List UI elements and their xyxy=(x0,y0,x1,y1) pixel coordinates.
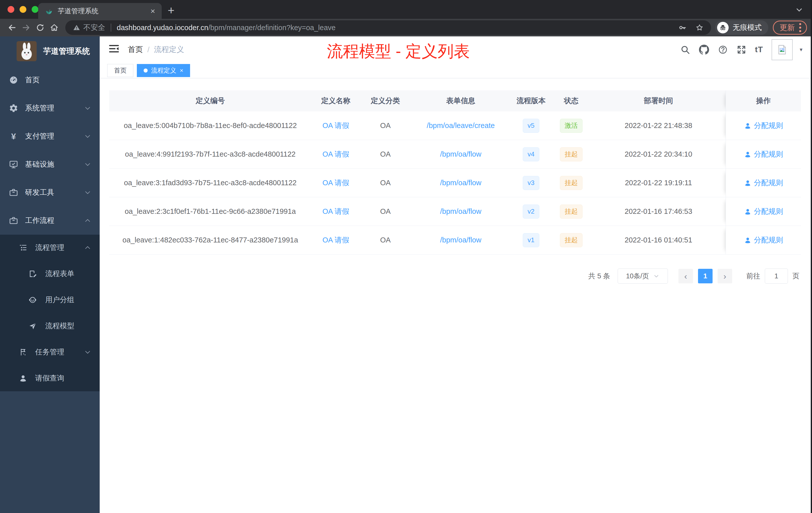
version-badge: v4 xyxy=(523,147,539,161)
bookmark-star-icon[interactable] xyxy=(696,24,703,32)
sidebar-item-process-mgmt[interactable]: 流程管理 xyxy=(0,235,100,261)
sidebar-item-workflow[interactable]: 工作流程 xyxy=(0,207,100,235)
table-row: oa_leave:1:482ec033-762a-11ec-8477-a2380… xyxy=(109,226,801,254)
avatar[interactable] xyxy=(772,39,793,60)
definition-name-link[interactable]: OA 请假 xyxy=(322,121,349,131)
goto-page-input[interactable]: 1 xyxy=(765,269,788,283)
definition-category: OA xyxy=(360,226,410,254)
form-link[interactable]: /bpm/oa/flow xyxy=(440,150,481,158)
table-row: oa_leave:3:1fad3d93-7b75-11ec-a3c8-acde4… xyxy=(109,169,801,197)
form-link[interactable]: /bpm/oa/flow xyxy=(440,207,481,216)
chevron-down-icon xyxy=(84,189,91,196)
home-icon[interactable] xyxy=(47,21,61,35)
definition-name-link[interactable]: OA 请假 xyxy=(322,178,349,188)
minimize-window-button[interactable] xyxy=(20,6,26,13)
prev-page-button[interactable]: ‹ xyxy=(678,269,693,283)
form-link[interactable]: /bpm/oa/flow xyxy=(440,236,481,244)
assign-rule-button[interactable]: 分配规则 xyxy=(744,121,783,131)
deploy-time: 2022-01-22 20:34:10 xyxy=(591,140,726,169)
tag-home[interactable]: 首页 xyxy=(107,64,133,77)
logo-avatar xyxy=(17,41,37,61)
sidebar-item-label: 工作流程 xyxy=(25,216,54,225)
page-number-current[interactable]: 1 xyxy=(698,269,713,283)
definition-name-link[interactable]: OA 请假 xyxy=(322,235,349,245)
pagination-total: 共 5 条 xyxy=(588,271,610,281)
sidebar-item-process-model[interactable]: 流程模型 xyxy=(0,313,100,339)
sprout-favicon-icon xyxy=(45,7,53,15)
reload-icon[interactable] xyxy=(33,21,47,35)
sidebar-item-pay[interactable]: ¥ 支付管理 xyxy=(0,122,100,150)
sidebar-item-process-form[interactable]: 流程表单 xyxy=(0,261,100,287)
column-header: 流程版本 xyxy=(511,90,551,112)
page-size-select[interactable]: 10条/页 xyxy=(618,269,668,283)
zoom-window-button[interactable] xyxy=(32,6,38,13)
help-icon[interactable] xyxy=(718,45,728,55)
sidebar-toggle-icon[interactable] xyxy=(108,43,120,55)
sidebar-logo[interactable]: 芋道管理系统 xyxy=(0,36,100,66)
sidebar-item-label: 支付管理 xyxy=(25,131,54,141)
incognito-icon xyxy=(717,22,729,33)
chevron-down-icon xyxy=(653,273,660,279)
tab-search-icon[interactable] xyxy=(795,6,803,13)
browser-tabstrip: 芋道管理系统 × + xyxy=(0,0,812,19)
tag-close-icon[interactable]: × xyxy=(180,67,183,74)
sidebar-item-user-group[interactable]: 用户分组 xyxy=(0,287,100,313)
sidebar-item-task-mgmt[interactable]: 任务管理 xyxy=(0,339,100,365)
github-icon[interactable] xyxy=(699,44,709,55)
definition-name-link[interactable]: OA 请假 xyxy=(322,207,349,217)
status-badge: 挂起 xyxy=(560,233,582,247)
chevron-down-icon xyxy=(84,105,91,112)
table-body: oa_leave:5:004b710b-7b8a-11ec-8ef0-acde4… xyxy=(109,112,801,254)
next-page-button[interactable]: › xyxy=(718,269,732,283)
browser-tab[interactable]: 芋道管理系统 × xyxy=(38,3,162,19)
browser-update-button[interactable]: 更新 xyxy=(773,21,807,35)
forward-icon[interactable] xyxy=(19,21,33,35)
security-label[interactable]: 不安全 xyxy=(83,23,105,33)
back-icon[interactable] xyxy=(5,21,19,35)
sidebar-item-infra[interactable]: 基础设施 xyxy=(0,150,100,178)
breadcrumb-home[interactable]: 首页 xyxy=(128,44,143,55)
page-unit-label: 页 xyxy=(792,271,800,281)
logo-title: 芋道管理系统 xyxy=(43,46,90,57)
assign-rule-label: 分配规则 xyxy=(754,207,783,217)
security-warning-icon[interactable] xyxy=(73,24,80,31)
sidebar-item-system[interactable]: 系统管理 xyxy=(0,94,100,122)
toolbox-icon xyxy=(8,216,19,225)
window-controls xyxy=(7,6,38,13)
gear-icon xyxy=(8,103,19,113)
tags-bar: 首页 流程定义 × xyxy=(100,63,812,78)
definition-id: oa_leave:2:3c1f0ef1-76b1-11ec-9c66-a2380… xyxy=(109,197,311,226)
deploy-time: 2022-01-16 17:46:53 xyxy=(591,197,726,226)
assign-rule-button[interactable]: 分配规则 xyxy=(744,235,783,245)
close-window-button[interactable] xyxy=(7,6,14,13)
sidebar-item-label: 研发工具 xyxy=(25,187,54,198)
tab-close-icon[interactable]: × xyxy=(150,7,155,15)
sidebar-item-leave-query[interactable]: 请假查询 xyxy=(0,365,100,391)
user-icon xyxy=(18,374,29,383)
new-tab-button[interactable]: + xyxy=(168,3,174,17)
sidebar-item-label: 流程管理 xyxy=(35,243,64,253)
form-link[interactable]: /bpm/oa/flow xyxy=(440,179,481,187)
browser-menu-icon[interactable] xyxy=(799,23,801,32)
assign-rule-label: 分配规则 xyxy=(754,178,783,188)
form-link[interactable]: /bpm/oa/leave/create xyxy=(427,121,495,130)
tag-process-definition[interactable]: 流程定义 × xyxy=(137,64,190,77)
sidebar-item-label: 流程表单 xyxy=(45,269,74,279)
window-edge xyxy=(811,0,812,513)
assign-rule-label: 分配规则 xyxy=(754,149,783,159)
password-key-icon[interactable] xyxy=(678,24,687,32)
pagination: 共 5 条 10条/页 ‹ 1 › 前往 1 页 xyxy=(100,269,800,283)
update-label[interactable]: 更新 xyxy=(780,23,795,33)
avatar-caret-icon[interactable]: ▾ xyxy=(800,47,803,53)
assign-rule-button[interactable]: 分配规则 xyxy=(744,149,783,159)
assign-rule-button[interactable]: 分配规则 xyxy=(744,178,783,188)
sidebar-item-label: 流程模型 xyxy=(45,321,74,331)
sidebar-item-home[interactable]: 首页 xyxy=(0,66,100,94)
sidebar-item-devtools[interactable]: 研发工具 xyxy=(0,178,100,207)
assign-rule-button[interactable]: 分配规则 xyxy=(744,207,783,217)
address-bar[interactable]: 不安全 dashboard.yudao.iocoder.cn/bpm/manag… xyxy=(65,20,711,35)
search-icon[interactable] xyxy=(680,45,690,55)
font-size-icon[interactable]: tT xyxy=(755,45,763,54)
definition-name-link[interactable]: OA 请假 xyxy=(322,149,349,159)
fullscreen-icon[interactable] xyxy=(736,45,747,55)
